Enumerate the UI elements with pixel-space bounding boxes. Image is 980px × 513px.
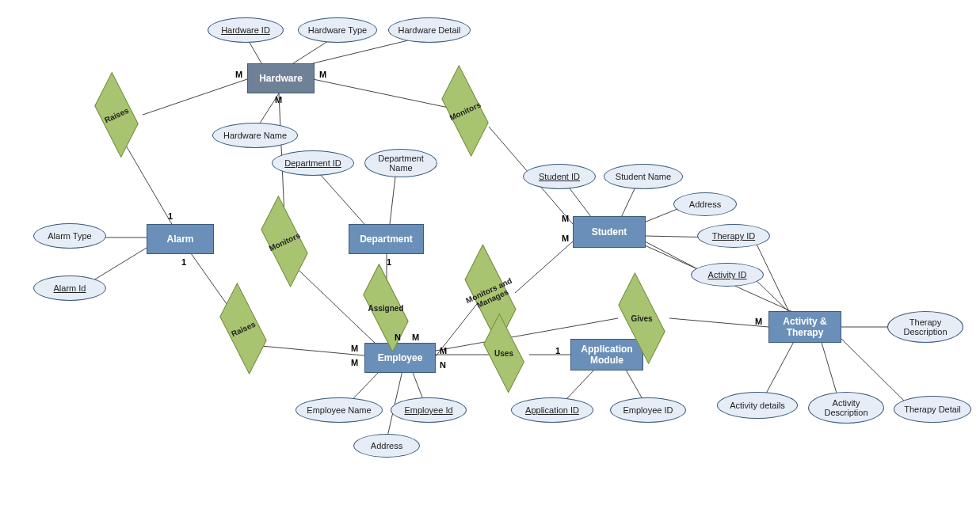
attr-address-emp: Address xyxy=(353,434,420,458)
card-emp-uses: N xyxy=(440,360,446,370)
relation-uses: Uses xyxy=(478,336,530,370)
card-stu-manages: M xyxy=(562,234,569,243)
attr-therapy-id-stu: Therapy ID xyxy=(697,224,770,248)
attr-activity-desc: Activity Description xyxy=(808,392,884,424)
card-dept-assigned: 1 xyxy=(387,257,391,267)
attr-therapy-desc: Therapy Description xyxy=(887,311,963,343)
attr-department-name: Department Name xyxy=(364,149,437,177)
card-stu-monitors: M xyxy=(562,214,569,223)
attr-activity-details: Activity details xyxy=(717,392,798,419)
card-hw-monitors-emp: M xyxy=(275,95,282,104)
card-hw-monitors-stu: M xyxy=(319,70,326,79)
svg-line-4 xyxy=(143,79,247,115)
attr-hardware-detail: Hardware Detail xyxy=(388,17,471,43)
card-alarm-raises-hw: 1 xyxy=(168,211,173,221)
attr-employee-id: Employee Id xyxy=(391,397,467,423)
attr-address-stu: Address xyxy=(673,192,737,216)
attr-employee-id-app: Employee ID xyxy=(610,397,686,423)
attr-hardware-type: Hardware Type xyxy=(298,17,377,43)
svg-line-15 xyxy=(390,170,396,224)
card-emp-monitors: M xyxy=(351,344,358,353)
attr-employee-name: Employee Name xyxy=(296,397,383,423)
relation-assigned: Assigned xyxy=(355,291,417,325)
card-emp-raises: M xyxy=(351,358,358,367)
entity-student: Student xyxy=(573,216,646,248)
relation-monitors-emp-hw: Monitors xyxy=(254,223,315,260)
attr-alarm-id: Alarm Id xyxy=(33,276,106,301)
attr-department-id: Department ID xyxy=(272,150,354,176)
relation-raises-hw: Raises xyxy=(89,97,144,133)
card-hw-raises: M xyxy=(235,70,242,79)
entity-department: Department xyxy=(349,224,424,254)
card-alarm-raises-emp: 1 xyxy=(181,257,186,267)
relation-gives: Gives xyxy=(610,301,673,336)
attr-student-name: Student Name xyxy=(604,164,683,189)
card-emp-assigned: N xyxy=(395,332,401,342)
card-emp-manages: M xyxy=(412,332,419,342)
attr-hardware-name: Hardware Name xyxy=(212,123,298,148)
attr-hardware-id: Hardware ID xyxy=(208,17,284,43)
er-connections xyxy=(0,0,980,513)
entity-hardware: Hardware xyxy=(247,63,315,93)
relation-monitors-manages: Monitors and Manages xyxy=(456,276,525,314)
entity-application-module: Application Module xyxy=(570,339,643,370)
attr-therapy-detail: Therapy Detail xyxy=(894,396,971,423)
relation-raises-emp: Raises xyxy=(212,310,274,347)
svg-line-28 xyxy=(669,318,768,327)
attr-alarm-type: Alarm Type xyxy=(33,223,106,249)
entity-alarm: Alarm xyxy=(147,224,214,254)
attr-activity-id-stu: Activity ID xyxy=(691,263,764,287)
entity-activity-therapy: Activity & Therapy xyxy=(768,311,841,343)
attr-student-id: Student ID xyxy=(523,164,596,189)
card-app-uses: 1 xyxy=(555,346,560,355)
card-emp-gives: M xyxy=(440,346,447,355)
entity-employee: Employee xyxy=(364,343,436,373)
relation-monitors-hw-stu: Monitors xyxy=(434,93,496,129)
svg-line-40 xyxy=(753,277,792,315)
card-act-gives: M xyxy=(755,317,762,326)
svg-line-31 xyxy=(640,207,681,224)
attr-application-id: Application ID xyxy=(511,397,593,423)
